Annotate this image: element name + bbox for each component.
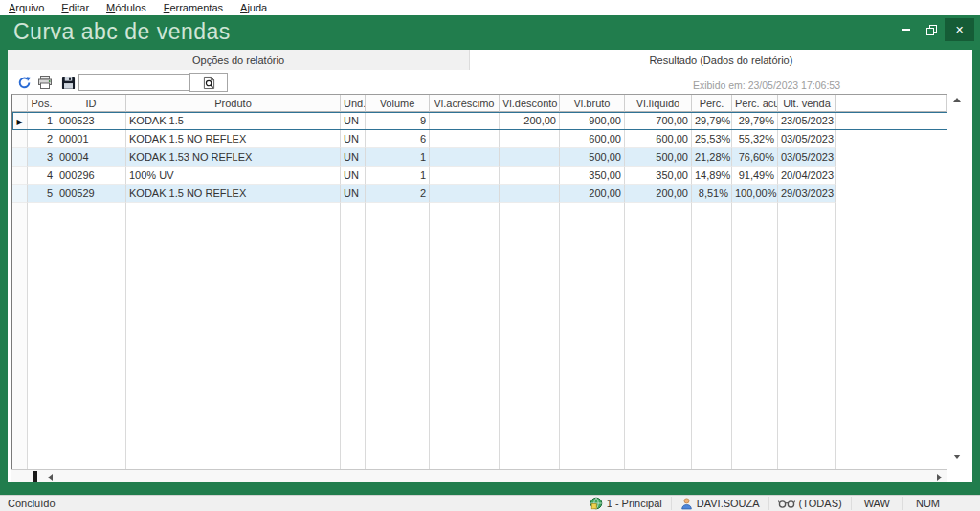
column-header[interactable]: Vl.bruto [560,95,625,112]
table-cell: 1 [366,167,430,185]
table-cell: 9 [366,112,430,130]
table-cell [430,185,500,203]
table-cell [56,203,126,469]
toolbar: Exibido em: 23/05/2023 17:06:53 [8,70,972,93]
table-cell: 20/04/2023 [778,167,836,185]
restore-button[interactable] [919,18,945,41]
column-header[interactable]: Volume [366,95,430,112]
user-label: DAVI.SOUZA [697,498,760,509]
row-selector-cell [12,203,28,469]
scroll-down-icon[interactable] [953,455,961,459]
column-header[interactable]: Vl.desconto [500,95,560,112]
table-cell: 21,28% [692,148,732,167]
table-cell: 000529 [56,185,126,203]
print-preview-icon [203,76,215,90]
scope-label: (TODAS) [799,498,842,509]
printer-icon [37,75,53,90]
table-cell: 350,00 [560,167,625,185]
table-cell [500,167,560,185]
minimize-icon [902,29,910,31]
menu-bar: Arquivo Editar Módulos Ferramentas Ajuda [0,0,980,15]
table-cell [500,203,560,469]
column-header[interactable]: Perc. [692,95,732,112]
table-cell: 76,60% [732,148,778,167]
displayed-at-label: Exibido em: 23/05/2023 17:06:53 [572,79,840,91]
status-numlock: NUM [902,497,952,510]
table-cell [500,185,560,203]
menu-modulos[interactable]: Módulos [98,1,155,14]
table-cell: 700,00 [625,112,692,130]
column-header[interactable]: Pos. [28,95,56,112]
window-controls: ✕ [893,18,974,41]
column-header[interactable]: Vl.líquido [625,95,692,112]
table-cell: 1 [28,112,56,130]
report-window: Curva abc de vendas ✕ Opções do relatóri… [0,15,980,495]
save-button[interactable] [60,75,76,90]
table-row[interactable]: 200001KODAK 1.5 NO REFLEXUN6600,00600,00… [12,130,947,148]
table-cell: 23/05/2023 [778,112,836,130]
row-selector-cell [12,185,28,203]
table-cell: 14,89% [692,167,732,185]
horizontal-scrollbar[interactable] [11,469,947,482]
preview-button[interactable] [189,73,228,92]
table-cell: 2 [366,185,430,203]
table-cell: UN [341,148,366,167]
table-cell: 29,79% [692,112,732,130]
table-cell: KODAK 1.5 NO REFLEX [126,130,341,148]
column-header[interactable]: Produto [126,95,341,112]
table-cell [836,130,947,148]
table-row[interactable]: ▶1000523KODAK 1.5UN9200,00900,00700,0029… [12,112,947,130]
table-cell: UN [341,167,366,185]
status-message: Concluído [0,498,581,509]
table-row[interactable]: 5000529KODAK 1.5 NO REFLEXUN2200,00200,0… [12,185,947,203]
restore-icon [926,25,937,35]
column-header[interactable]: Ult. venda [778,95,836,112]
table-cell: 000296 [56,167,126,185]
refresh-button[interactable] [16,75,32,90]
header-spacer [836,95,947,112]
page-title: Curva abc de vendas [13,19,231,45]
scroll-right-icon[interactable] [937,474,942,481]
table-cell [836,185,947,203]
status-scope[interactable]: (TODAS) [768,497,851,510]
title-bar: Curva abc de vendas ✕ [0,15,980,50]
table-cell [500,148,560,167]
status-user[interactable]: DAVI.SOUZA [671,497,768,510]
numlock-label: NUM [916,498,940,509]
table-cell: 3 [28,148,56,167]
table-cell: UN [341,185,366,203]
column-header[interactable]: Und. [341,95,366,112]
table-cell: 4 [28,167,56,185]
close-button[interactable]: ✕ [945,18,974,41]
menu-editar[interactable]: Editar [53,1,98,14]
status-station: WAW [851,497,902,510]
status-workspace[interactable]: 1 - Principal [581,497,671,510]
table-cell [836,203,947,469]
scroll-up-icon[interactable] [953,98,961,102]
minimize-button[interactable] [893,18,919,41]
table-cell: 5 [28,185,56,203]
status-bar: Concluído 1 - Principal DAVI.SOUZA [0,495,980,511]
hscroll-thumb[interactable] [33,471,37,482]
table-cell [126,203,341,469]
row-selector-cell [12,167,28,185]
menu-arquivo[interactable]: Arquivo [0,1,53,14]
grid-empty-area [12,203,947,469]
table-cell [430,112,500,130]
table-row[interactable]: 4000296100% UVUN1350,00350,0014,89%91,49… [12,167,947,185]
column-header[interactable]: Vl.acréscimo [430,95,500,112]
column-header[interactable]: ID [56,95,126,112]
table-cell: 8,51% [692,185,732,203]
tab-opcoes-relatorio[interactable]: Opções do relatório [8,50,470,70]
tab-resultado[interactable]: Resultado (Dados do relatório) [470,50,972,70]
refresh-icon [17,76,32,90]
table-row[interactable]: 300004KODAK 1.53 NO REFLEXUN1500,00500,0… [12,148,947,167]
menu-ferramentas[interactable]: Ferramentas [155,1,232,14]
table-cell [366,203,430,469]
application-window: Arquivo Editar Módulos Ferramentas Ajuda… [0,0,980,511]
scroll-left-icon[interactable] [48,474,53,481]
column-header[interactable]: Perc. acum [732,95,778,112]
print-button[interactable] [37,75,53,90]
menu-ajuda[interactable]: Ajuda [232,1,276,14]
filter-input[interactable] [78,74,189,91]
